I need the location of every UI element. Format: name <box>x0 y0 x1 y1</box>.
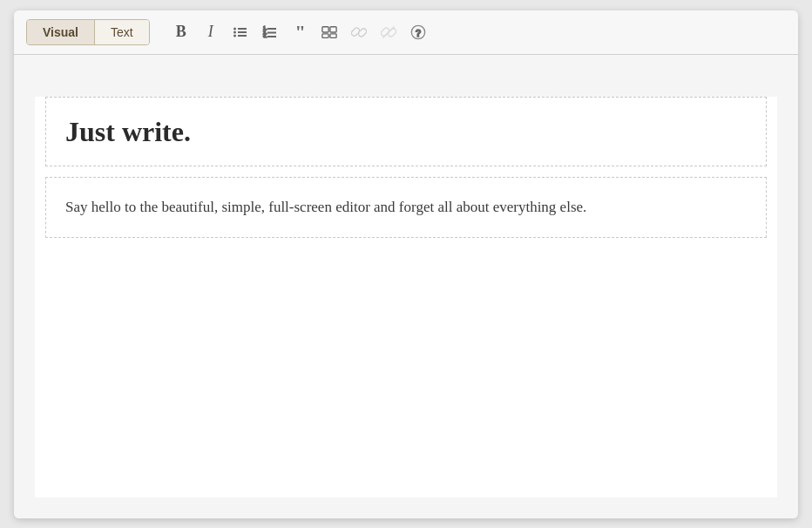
media-button[interactable] <box>317 20 342 44</box>
unordered-list-button[interactable] <box>228 20 253 44</box>
svg-rect-12 <box>322 26 328 31</box>
unordered-list-icon <box>233 24 248 40</box>
svg-point-4 <box>233 34 236 37</box>
toolbar: Visual Text B I 1. 2. 3. <box>14 10 798 55</box>
help-icon: ? <box>410 24 426 40</box>
link-icon <box>351 24 367 40</box>
blockquote-button[interactable]: " <box>288 20 312 44</box>
editor-body: Just write. Say hello to the beautiful, … <box>14 55 798 518</box>
ordered-list-button[interactable]: 1. 2. 3. <box>258 20 282 44</box>
unlink-button[interactable] <box>376 20 401 44</box>
svg-rect-15 <box>330 33 336 37</box>
paragraph-block[interactable]: Say hello to the beautiful, simple, full… <box>45 177 767 238</box>
bold-button[interactable]: B <box>169 20 193 44</box>
svg-text:?: ? <box>415 27 421 37</box>
help-button[interactable]: ? <box>406 20 430 44</box>
tab-text[interactable]: Text <box>95 20 149 44</box>
paragraph-text: Say hello to the beautiful, simple, full… <box>65 195 747 220</box>
link-button[interactable] <box>347 20 371 44</box>
content-area[interactable]: Just write. Say hello to the beautiful, … <box>35 97 777 498</box>
ordered-list-icon: 1. 2. 3. <box>262 24 278 40</box>
view-mode-tabs: Visual Text <box>26 19 150 45</box>
svg-point-0 <box>233 27 236 30</box>
svg-rect-13 <box>330 26 336 31</box>
tab-visual[interactable]: Visual <box>27 20 95 44</box>
editor-container: Visual Text B I 1. 2. 3. <box>14 10 798 518</box>
media-icon <box>321 24 337 40</box>
svg-text:3.: 3. <box>263 33 267 38</box>
italic-button[interactable]: I <box>199 20 223 44</box>
svg-rect-14 <box>322 33 328 37</box>
heading-block[interactable]: Just write. <box>45 97 767 166</box>
svg-point-2 <box>233 30 236 33</box>
heading-text: Just write. <box>65 115 747 148</box>
unlink-icon <box>381 24 396 40</box>
